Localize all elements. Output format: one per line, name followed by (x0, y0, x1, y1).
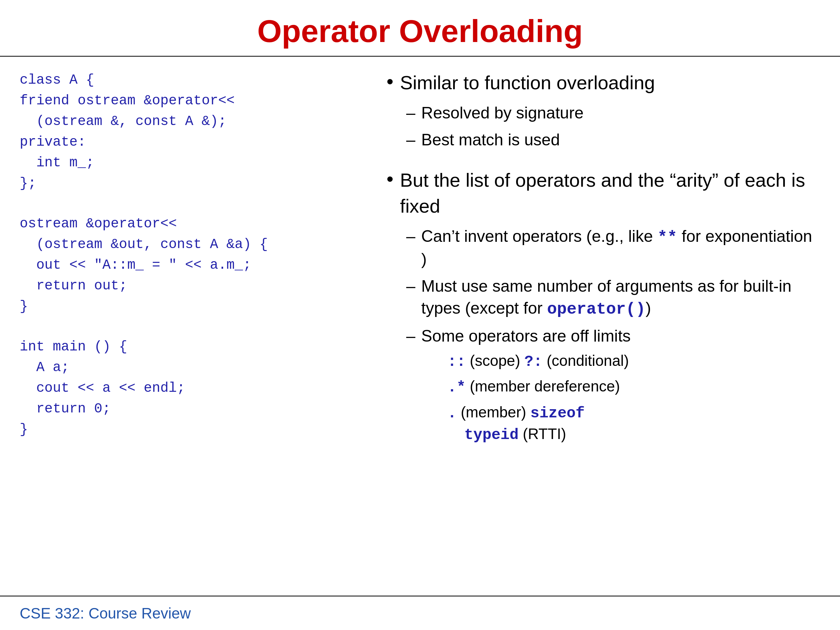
sub-item-best-match: – Best match is used (406, 129, 820, 151)
code-inline-operator: operator() (547, 300, 646, 319)
sub-item-resolved: – Resolved by signature (406, 102, 820, 124)
sub-text: Must use same number of arguments as for… (421, 275, 820, 321)
sub-text: Resolved by signature (421, 102, 584, 124)
code-line: (ostream &out, const A &a) { (20, 234, 367, 255)
code-conditional: ?: (524, 354, 542, 371)
code-line: }; (20, 173, 367, 194)
sub-sub-text: . (member) sizeof typeid (RTTI) (448, 402, 585, 445)
bullet-text-2: But the list of operators and the “arity… (400, 167, 820, 219)
code-line: return 0; (20, 399, 367, 419)
sub-item-invent: – Can’t invent operators (e.g., like ** … (406, 226, 820, 271)
slide-footer: CSE 332: Course Review (0, 595, 840, 630)
sub-text: Best match is used (421, 129, 560, 151)
slide-content: class A { friend ostream &operator<< (os… (0, 57, 840, 595)
sub-item-off-limits: – Some operators are off limits :: (scop… (406, 325, 820, 449)
bullet-dot-2: • (387, 167, 393, 191)
code-line: cout << a << endl; (20, 378, 367, 399)
code-dotstar: .* (448, 379, 466, 396)
code-dot: . (448, 405, 457, 422)
code-line: private: (20, 132, 367, 153)
footer-text: CSE 332: Course Review (20, 605, 191, 622)
bullet-main-2: • But the list of operators and the “ari… (387, 167, 820, 219)
code-line: class A { (20, 70, 367, 90)
dash-icon: – (406, 102, 415, 124)
code-line: } (20, 419, 367, 440)
code-block-3: int main () { A a; cout << a << endl; re… (20, 337, 367, 440)
bullet-item-2: • But the list of operators and the “ari… (387, 167, 820, 449)
code-panel: class A { friend ostream &operator<< (os… (20, 70, 380, 595)
dash-icon: – (406, 325, 415, 347)
dash-icon: – (406, 275, 415, 298)
sub-sub-member-deref: .* (member dereference) (448, 376, 631, 398)
code-scope: :: (448, 354, 466, 371)
sub-text-off-limits: Some operators are off limits :: (scope)… (421, 325, 631, 449)
slide-title: Operator Overloading (20, 13, 820, 49)
sub-item-args: – Must use same number of arguments as f… (406, 275, 820, 321)
bullet-text-1: Similar to function overloading (400, 70, 820, 95)
sub-sub-member: . (member) sizeof typeid (RTTI) (448, 402, 631, 445)
sub-list-1: – Resolved by signature – Best match is … (406, 102, 820, 151)
code-line: return out; (20, 276, 367, 296)
code-block-2: ostream &operator<< (ostream &out, const… (20, 214, 367, 317)
bullet-item-1: • Similar to function overloading – Reso… (387, 70, 820, 151)
code-block-1: class A { friend ostream &operator<< (os… (20, 70, 367, 194)
code-line: ostream &operator<< (20, 214, 367, 234)
slide-title-area: Operator Overloading (0, 0, 840, 57)
code-line: out << "A::m_ = " << a.m_; (20, 255, 367, 276)
slide-container: Operator Overloading class A { friend os… (0, 0, 840, 630)
code-line: } (20, 296, 367, 317)
sub-sub-text: .* (member dereference) (448, 376, 620, 398)
sub-list-2: – Can’t invent operators (e.g., like ** … (406, 226, 820, 449)
sub-sub-scope: :: (scope) ?: (conditional) (448, 351, 631, 372)
code-typeid: typeid (464, 426, 519, 444)
code-inline-stars: ** (658, 228, 677, 247)
code-line: int main () { (20, 337, 367, 357)
dash-icon: – (406, 226, 415, 248)
bullets-panel: • Similar to function overloading – Reso… (380, 70, 820, 595)
code-line: (ostream &, const A &); (20, 111, 367, 132)
sub-sub-list: :: (scope) ?: (conditional) .* (member d… (448, 351, 631, 445)
sub-sub-text: :: (scope) ?: (conditional) (448, 351, 629, 372)
bullet-dot-1: • (387, 70, 393, 93)
code-sizeof: sizeof (530, 405, 585, 422)
code-line: int m_; (20, 153, 367, 173)
dash-icon: – (406, 129, 415, 151)
bullet-main-1: • Similar to function overloading (387, 70, 820, 95)
code-line: friend ostream &operator<< (20, 90, 367, 111)
sub-text: Can’t invent operators (e.g., like ** fo… (421, 226, 820, 271)
code-line: A a; (20, 357, 367, 378)
off-limits-text: Some operators are off limits (421, 327, 631, 345)
